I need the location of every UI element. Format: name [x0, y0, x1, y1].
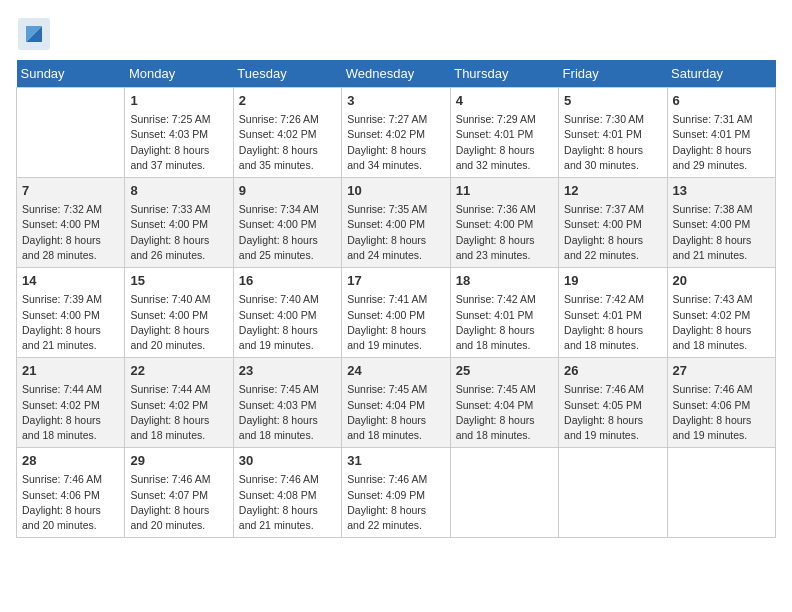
day-number: 5 [564, 92, 661, 110]
day-info: Sunrise: 7:46 AMSunset: 4:06 PMDaylight:… [22, 472, 119, 533]
day-info: Sunrise: 7:26 AMSunset: 4:02 PMDaylight:… [239, 112, 336, 173]
day-info: Sunrise: 7:46 AMSunset: 4:09 PMDaylight:… [347, 472, 444, 533]
calendar-day-cell: 30Sunrise: 7:46 AMSunset: 4:08 PMDayligh… [233, 448, 341, 538]
calendar-day-cell: 10Sunrise: 7:35 AMSunset: 4:00 PMDayligh… [342, 178, 450, 268]
day-info: Sunrise: 7:31 AMSunset: 4:01 PMDaylight:… [673, 112, 770, 173]
calendar-day-cell: 31Sunrise: 7:46 AMSunset: 4:09 PMDayligh… [342, 448, 450, 538]
day-info: Sunrise: 7:38 AMSunset: 4:00 PMDaylight:… [673, 202, 770, 263]
day-number: 12 [564, 182, 661, 200]
calendar-day-cell: 4Sunrise: 7:29 AMSunset: 4:01 PMDaylight… [450, 88, 558, 178]
calendar-day-cell: 6Sunrise: 7:31 AMSunset: 4:01 PMDaylight… [667, 88, 775, 178]
day-number: 4 [456, 92, 553, 110]
calendar-day-cell: 21Sunrise: 7:44 AMSunset: 4:02 PMDayligh… [17, 358, 125, 448]
header-thursday: Thursday [450, 60, 558, 88]
day-info: Sunrise: 7:42 AMSunset: 4:01 PMDaylight:… [564, 292, 661, 353]
calendar-day-cell [559, 448, 667, 538]
day-info: Sunrise: 7:41 AMSunset: 4:00 PMDaylight:… [347, 292, 444, 353]
calendar-day-cell: 22Sunrise: 7:44 AMSunset: 4:02 PMDayligh… [125, 358, 233, 448]
calendar-week-row: 7Sunrise: 7:32 AMSunset: 4:00 PMDaylight… [17, 178, 776, 268]
calendar-day-cell: 14Sunrise: 7:39 AMSunset: 4:00 PMDayligh… [17, 268, 125, 358]
day-info: Sunrise: 7:36 AMSunset: 4:00 PMDaylight:… [456, 202, 553, 263]
day-info: Sunrise: 7:25 AMSunset: 4:03 PMDaylight:… [130, 112, 227, 173]
calendar-day-cell: 8Sunrise: 7:33 AMSunset: 4:00 PMDaylight… [125, 178, 233, 268]
header-sunday: Sunday [17, 60, 125, 88]
day-number: 26 [564, 362, 661, 380]
calendar-day-cell [17, 88, 125, 178]
day-info: Sunrise: 7:44 AMSunset: 4:02 PMDaylight:… [22, 382, 119, 443]
day-number: 11 [456, 182, 553, 200]
day-info: Sunrise: 7:44 AMSunset: 4:02 PMDaylight:… [130, 382, 227, 443]
calendar-day-cell: 9Sunrise: 7:34 AMSunset: 4:00 PMDaylight… [233, 178, 341, 268]
day-number: 24 [347, 362, 444, 380]
day-info: Sunrise: 7:46 AMSunset: 4:08 PMDaylight:… [239, 472, 336, 533]
day-number: 1 [130, 92, 227, 110]
calendar-day-cell: 2Sunrise: 7:26 AMSunset: 4:02 PMDaylight… [233, 88, 341, 178]
calendar-day-cell: 19Sunrise: 7:42 AMSunset: 4:01 PMDayligh… [559, 268, 667, 358]
calendar-day-cell: 15Sunrise: 7:40 AMSunset: 4:00 PMDayligh… [125, 268, 233, 358]
calendar-day-cell: 12Sunrise: 7:37 AMSunset: 4:00 PMDayligh… [559, 178, 667, 268]
calendar-week-row: 1Sunrise: 7:25 AMSunset: 4:03 PMDaylight… [17, 88, 776, 178]
header-wednesday: Wednesday [342, 60, 450, 88]
day-info: Sunrise: 7:46 AMSunset: 4:05 PMDaylight:… [564, 382, 661, 443]
day-info: Sunrise: 7:46 AMSunset: 4:06 PMDaylight:… [673, 382, 770, 443]
day-number: 22 [130, 362, 227, 380]
calendar-day-cell: 23Sunrise: 7:45 AMSunset: 4:03 PMDayligh… [233, 358, 341, 448]
day-number: 9 [239, 182, 336, 200]
day-info: Sunrise: 7:29 AMSunset: 4:01 PMDaylight:… [456, 112, 553, 173]
day-number: 17 [347, 272, 444, 290]
day-info: Sunrise: 7:46 AMSunset: 4:07 PMDaylight:… [130, 472, 227, 533]
day-number: 16 [239, 272, 336, 290]
header-friday: Friday [559, 60, 667, 88]
day-number: 29 [130, 452, 227, 470]
calendar-day-cell: 18Sunrise: 7:42 AMSunset: 4:01 PMDayligh… [450, 268, 558, 358]
calendar-day-cell: 20Sunrise: 7:43 AMSunset: 4:02 PMDayligh… [667, 268, 775, 358]
calendar-week-row: 14Sunrise: 7:39 AMSunset: 4:00 PMDayligh… [17, 268, 776, 358]
calendar-day-cell: 7Sunrise: 7:32 AMSunset: 4:00 PMDaylight… [17, 178, 125, 268]
calendar-day-cell: 3Sunrise: 7:27 AMSunset: 4:02 PMDaylight… [342, 88, 450, 178]
day-info: Sunrise: 7:45 AMSunset: 4:04 PMDaylight:… [456, 382, 553, 443]
header-monday: Monday [125, 60, 233, 88]
page-header [16, 16, 776, 52]
day-info: Sunrise: 7:42 AMSunset: 4:01 PMDaylight:… [456, 292, 553, 353]
calendar-day-cell: 13Sunrise: 7:38 AMSunset: 4:00 PMDayligh… [667, 178, 775, 268]
day-number: 2 [239, 92, 336, 110]
day-info: Sunrise: 7:43 AMSunset: 4:02 PMDaylight:… [673, 292, 770, 353]
day-info: Sunrise: 7:40 AMSunset: 4:00 PMDaylight:… [239, 292, 336, 353]
logo-icon [16, 16, 52, 52]
day-info: Sunrise: 7:37 AMSunset: 4:00 PMDaylight:… [564, 202, 661, 263]
day-number: 20 [673, 272, 770, 290]
day-info: Sunrise: 7:32 AMSunset: 4:00 PMDaylight:… [22, 202, 119, 263]
header-saturday: Saturday [667, 60, 775, 88]
calendar-table: SundayMondayTuesdayWednesdayThursdayFrid… [16, 60, 776, 538]
day-number: 10 [347, 182, 444, 200]
calendar-day-cell: 28Sunrise: 7:46 AMSunset: 4:06 PMDayligh… [17, 448, 125, 538]
calendar-day-cell: 29Sunrise: 7:46 AMSunset: 4:07 PMDayligh… [125, 448, 233, 538]
day-info: Sunrise: 7:27 AMSunset: 4:02 PMDaylight:… [347, 112, 444, 173]
calendar-day-cell [450, 448, 558, 538]
calendar-day-cell: 5Sunrise: 7:30 AMSunset: 4:01 PMDaylight… [559, 88, 667, 178]
day-info: Sunrise: 7:45 AMSunset: 4:03 PMDaylight:… [239, 382, 336, 443]
day-number: 28 [22, 452, 119, 470]
day-info: Sunrise: 7:35 AMSunset: 4:00 PMDaylight:… [347, 202, 444, 263]
calendar-week-row: 28Sunrise: 7:46 AMSunset: 4:06 PMDayligh… [17, 448, 776, 538]
calendar-day-cell: 26Sunrise: 7:46 AMSunset: 4:05 PMDayligh… [559, 358, 667, 448]
calendar-header-row: SundayMondayTuesdayWednesdayThursdayFrid… [17, 60, 776, 88]
day-number: 14 [22, 272, 119, 290]
day-info: Sunrise: 7:39 AMSunset: 4:00 PMDaylight:… [22, 292, 119, 353]
day-number: 23 [239, 362, 336, 380]
header-tuesday: Tuesday [233, 60, 341, 88]
day-number: 15 [130, 272, 227, 290]
calendar-day-cell: 27Sunrise: 7:46 AMSunset: 4:06 PMDayligh… [667, 358, 775, 448]
calendar-day-cell: 16Sunrise: 7:40 AMSunset: 4:00 PMDayligh… [233, 268, 341, 358]
day-number: 3 [347, 92, 444, 110]
day-number: 21 [22, 362, 119, 380]
day-info: Sunrise: 7:34 AMSunset: 4:00 PMDaylight:… [239, 202, 336, 263]
day-number: 18 [456, 272, 553, 290]
calendar-day-cell: 1Sunrise: 7:25 AMSunset: 4:03 PMDaylight… [125, 88, 233, 178]
day-info: Sunrise: 7:33 AMSunset: 4:00 PMDaylight:… [130, 202, 227, 263]
day-number: 7 [22, 182, 119, 200]
day-number: 8 [130, 182, 227, 200]
day-info: Sunrise: 7:40 AMSunset: 4:00 PMDaylight:… [130, 292, 227, 353]
day-info: Sunrise: 7:45 AMSunset: 4:04 PMDaylight:… [347, 382, 444, 443]
day-number: 27 [673, 362, 770, 380]
